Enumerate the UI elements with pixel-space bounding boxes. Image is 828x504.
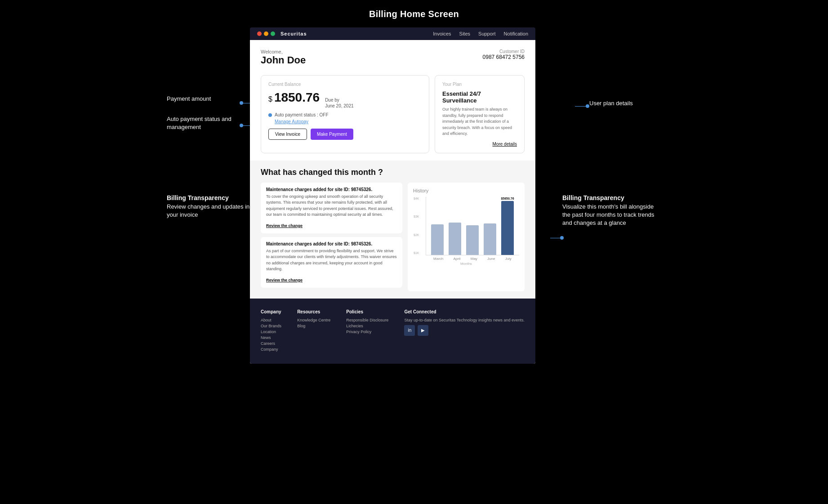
bar-june xyxy=(484,223,496,255)
footer-link-location[interactable]: Location xyxy=(261,330,281,334)
footer: Company About Our Brands Location News C… xyxy=(250,299,535,364)
y-label-1k: $1K xyxy=(414,251,419,254)
annotation-user-plan: User plan details xyxy=(589,99,661,107)
autopay-dot xyxy=(268,113,272,117)
bar-july-label: $5850.76 xyxy=(501,197,514,200)
change-item-2-desc: As part of our commitment to providing f… xyxy=(266,248,397,272)
billing-cards: Current Balance $ 1850.76 Due by June 20… xyxy=(250,71,535,161)
brand-logo: Securitas xyxy=(280,31,307,36)
bar-march xyxy=(431,224,444,255)
changes-content: Maintenance charges added for site ID: 9… xyxy=(261,183,525,291)
change-item-1: Maintenance charges added for site ID: 9… xyxy=(261,183,402,233)
dot-red xyxy=(257,31,262,36)
footer-col-company: Company About Our Brands Location News C… xyxy=(261,309,281,353)
customer-id: 0987 68472 5756 xyxy=(483,54,525,60)
change-item-1-title: Maintenance charges added for site ID: 9… xyxy=(266,187,397,192)
browser-dots xyxy=(257,31,275,36)
plan-title: Essential 24/7 Surveillance xyxy=(442,90,517,104)
footer-link-careers[interactable]: Careers xyxy=(261,341,281,346)
footer-resources-title: Resources xyxy=(297,309,330,314)
plan-label: Your Plan xyxy=(442,82,517,87)
footer-link-responsible[interactable]: Responsible Disclosure xyxy=(346,318,388,322)
annotation-billing-transparency-right: Billing Transparency Visualize this mont… xyxy=(562,194,661,227)
footer-connect-desc: Stay up-to-date on Securitas Technology … xyxy=(404,318,525,322)
nav-notification[interactable]: Notification xyxy=(504,31,528,36)
nav-invoices[interactable]: Invoices xyxy=(433,31,451,36)
footer-company-title: Company xyxy=(261,309,281,314)
bar-july: $5850.76 xyxy=(501,197,514,255)
browser-window: Securitas Invoices Sites Support Notific… xyxy=(250,27,535,364)
make-payment-button[interactable]: Make Payment xyxy=(311,129,353,140)
balance-card: Current Balance $ 1850.76 Due by June 20… xyxy=(261,75,429,153)
x-label-april: April xyxy=(454,257,461,261)
footer-col-policies: Policies Responsible Disclosure Lichecie… xyxy=(346,309,388,353)
page-title: Billing Home Screen xyxy=(369,9,459,19)
customer-info: Customer ID 0987 68472 5756 xyxy=(483,49,525,60)
view-invoice-button[interactable]: View Invoice xyxy=(268,129,307,140)
more-details-link[interactable]: More details xyxy=(442,142,517,147)
youtube-icon[interactable]: ▶ xyxy=(418,325,428,336)
x-label-march: March xyxy=(433,257,443,261)
linkedin-icon[interactable]: in xyxy=(404,325,415,336)
amount-value: 1850.76 xyxy=(274,90,320,105)
x-label-july: July xyxy=(505,257,512,261)
footer-grid: Company About Our Brands Location News C… xyxy=(261,309,525,353)
annotation-payment-amount: Payment amount xyxy=(167,95,239,103)
greeting: Welcome, xyxy=(261,49,306,54)
y-label-2k: $2K xyxy=(414,233,419,236)
change-item-1-desc: To cover the ongoing upkeep and smooth o… xyxy=(266,194,397,218)
annotation-autopay: Auto payment status and management xyxy=(167,115,252,131)
dollar-sign: $ xyxy=(268,95,272,103)
card-buttons: View Invoice Make Payment xyxy=(268,129,422,140)
footer-connect-title: Get Connected xyxy=(404,309,525,314)
welcome-user: Welcome, John Doe xyxy=(261,49,306,66)
footer-link-blog[interactable]: Blog xyxy=(297,324,330,328)
chart-area: $4K $3K $2K $1K xyxy=(413,197,519,269)
x-label-june: June xyxy=(487,257,495,261)
autopay-status: Auto payment status : OFF xyxy=(275,112,329,117)
footer-link-lichecies[interactable]: Lichecies xyxy=(346,324,388,328)
footer-link-brands[interactable]: Our Brands xyxy=(261,324,281,328)
footer-link-company[interactable]: Company xyxy=(261,347,281,352)
footer-col-connect: Get Connected Stay up-to-date on Securit… xyxy=(404,309,525,353)
y-label-4k: $4K xyxy=(414,197,419,200)
footer-link-privacy[interactable]: Privacy Policy xyxy=(346,330,388,334)
plan-description: Our highly trained team is always on sta… xyxy=(442,107,517,137)
user-name: John Doe xyxy=(261,54,306,66)
customer-label: Customer ID xyxy=(483,49,525,54)
annotation-billing-transparency-left: Billing Transparency Review changes and … xyxy=(167,194,257,219)
browser-nav: Securitas Invoices Sites Support Notific… xyxy=(250,27,535,40)
manage-autopay-link[interactable]: Manage Autopay xyxy=(275,119,422,124)
browser-body: Welcome, John Doe Customer ID 0987 68472… xyxy=(250,40,535,364)
nav-support[interactable]: Support xyxy=(478,31,496,36)
review-link-1[interactable]: Review the change xyxy=(266,223,303,228)
footer-link-news[interactable]: News xyxy=(261,335,281,340)
change-item-2-title: Maintenance charges added for site ID: 9… xyxy=(266,241,397,246)
bar-may xyxy=(466,225,479,255)
y-label-3k: $3K xyxy=(414,215,419,218)
due-info: Due by June 20, 2021 xyxy=(325,97,353,109)
footer-policies-title: Policies xyxy=(346,309,388,314)
balance-label: Current Balance xyxy=(268,82,422,87)
changes-section: What has changed this month ? Maintenanc… xyxy=(250,161,535,299)
social-icons: in ▶ xyxy=(404,325,525,336)
dot-yellow xyxy=(264,31,268,36)
changes-title: What has changed this month ? xyxy=(261,168,525,177)
nav-sites[interactable]: Sites xyxy=(459,31,470,36)
changes-list: Maintenance charges added for site ID: 9… xyxy=(261,183,402,291)
bar-april xyxy=(449,223,461,255)
footer-link-knowledge[interactable]: Knowledge Centre xyxy=(297,318,330,322)
autopay-row: Auto payment status : OFF xyxy=(268,112,422,117)
footer-link-about[interactable]: About xyxy=(261,318,281,322)
history-title: History xyxy=(413,188,519,193)
balance-amount: $ 1850.76 Due by June 20, 2021 xyxy=(268,90,422,109)
change-item-2: Maintenance charges added for site ID: 9… xyxy=(261,237,402,288)
dot-green xyxy=(271,31,275,36)
history-card: History $4K $3K $2K $1K xyxy=(408,183,525,291)
x-label-may: May xyxy=(471,257,477,261)
footer-col-resources: Resources Knowledge Centre Blog xyxy=(297,309,330,353)
x-axis-title: Months xyxy=(413,262,519,266)
welcome-section: Welcome, John Doe Customer ID 0987 68472… xyxy=(250,40,535,71)
review-link-2[interactable]: Review the change xyxy=(266,278,303,282)
plan-card: Your Plan Essential 24/7 Surveillance Ou… xyxy=(435,75,525,153)
